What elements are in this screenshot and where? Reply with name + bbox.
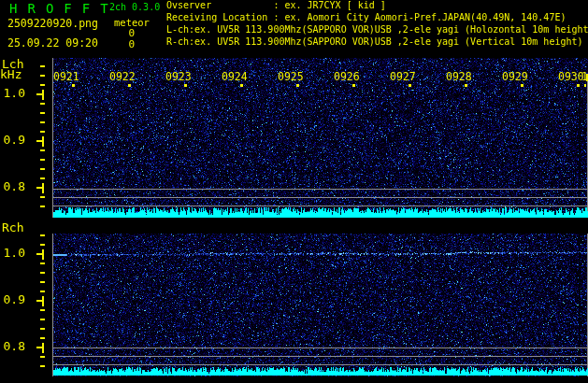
time-label: 0927 — [390, 71, 416, 82]
time-label: 0930 — [558, 71, 584, 82]
frequency-tick-label: 0.9 — [1, 134, 25, 147]
time-label: 0926 — [334, 71, 360, 82]
rch-receiver-info-line: R-ch:ex. UV5R 113.900Mhz(SAPPORO VOR)USB… — [166, 37, 583, 48]
frequency-tick-label: 0.8 — [1, 340, 25, 353]
observation-datetime: 25.09.22 09:20 — [7, 37, 98, 49]
output-filename: 2509220920.png — [7, 18, 98, 29]
frequency-tick-label: 1.0 — [1, 87, 25, 100]
lch-receiver-info-line: L-ch:ex. UV5R 113.900Mhz(SAPPORO VOR)USB… — [166, 25, 588, 35]
time-label: 0928 — [446, 71, 472, 82]
meteor-count-lch: 0 — [110, 28, 135, 39]
frequency-unit-label: kHz — [0, 68, 22, 81]
hrofft-output-image: H R O F F T 2ch 0.3.0 2509220920.png met… — [0, 0, 588, 383]
time-label: 0925 — [278, 71, 304, 82]
time-label: 0924 — [222, 71, 248, 82]
app-title: H R O F F T — [9, 2, 109, 16]
frequency-tick-label: 1.0 — [1, 247, 25, 260]
time-label: 0921 — [53, 71, 79, 82]
observer-info-line: Ovserver : ex. JR7CYX [ kid ] — [166, 1, 386, 11]
rch-panel-label: Rch — [2, 221, 23, 234]
location-info-line: Receiving Location : ex. Aomori City Aom… — [166, 13, 566, 23]
time-label: 0923 — [165, 71, 192, 82]
spectrogram-canvas — [0, 0, 588, 383]
time-label: 0929 — [502, 71, 528, 82]
frequency-tick-label: 0.9 — [1, 293, 25, 306]
frequency-tick-label: 0.8 — [1, 180, 25, 193]
time-label: 0922 — [109, 71, 136, 82]
meteor-count-rch: 0 — [110, 39, 135, 50]
app-version: 2ch 0.3.0 — [109, 3, 160, 13]
